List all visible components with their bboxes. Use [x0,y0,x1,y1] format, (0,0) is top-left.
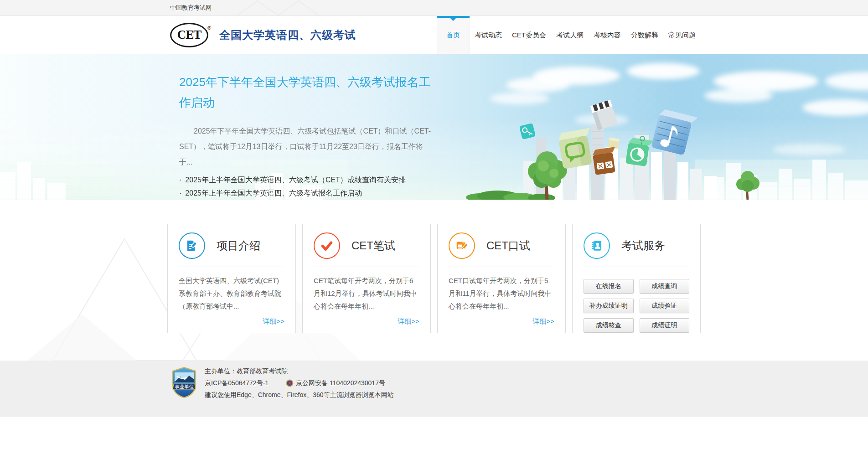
browser-pencil-icon [449,232,475,259]
detail-link[interactable]: 详细>> [398,317,419,326]
detail-link[interactable]: 详细>> [532,317,554,326]
icp-license-link[interactable]: 京ICP备05064772号-1 [205,378,269,387]
police-registration-link[interactable]: 京公网安备 11040202430017号 [296,378,385,387]
site-header: CET ® 全国大学英语四、六级考试 首页 考试动态 CET委员会 考试大纲 考… [0,16,868,54]
news-list: 2025年上半年全国大学英语四、六级考试（CET）成绩查询有关安排 2025年上… [179,173,434,200]
news-list-item[interactable]: 2025年上半年全国大学英语四、六级考试报名工作启动 [179,186,434,200]
public-institution-badge: 事业单位 [171,366,197,398]
card-cet-written-test: CET笔试 CET笔试每年开考两次，分别于6月和12月举行，具体考试时间我中心将… [302,224,431,333]
nav-item-cet-committee[interactable]: CET委员会 [507,16,551,54]
score-certificate-button[interactable]: 成绩证明 [640,318,690,333]
cet-logo[interactable]: CET ® 全国大学英语四、六级考试 [170,16,356,54]
news-list-item[interactable]: 2025年上半年全国大学英语四、六级考试（CET）成绩查询有关安排 [179,173,434,186]
online-registration-button[interactable]: 在线报名 [584,279,634,294]
nav-item-assessment-content[interactable]: 考核内容 [589,16,626,54]
card-cet-oral-test: CET口试 CET口试每年开考两次，分别于5月和11月举行，具体考试时间我中心将… [437,224,566,333]
service-button-grid: 在线报名 成绩查询 补办成绩证明 成绩验证 成绩核查 成绩证明 [584,279,689,333]
site-footer: 事业单位 主办单位：教育部教育考试院 京ICP备05064772号-1 京公网安… [0,361,868,417]
reissue-certificate-button[interactable]: 补办成绩证明 [584,299,634,313]
card-program-intro: 项目介绍 全国大学英语四、六级考试(CET)系教育部主办、教育部教育考试院（原教… [167,224,296,333]
organizer-line: 主办单位：教育部教育考试院 [205,366,394,376]
detail-link[interactable]: 详细>> [263,317,284,326]
card-body-text: CET口试每年开考两次，分别于5月和11月举行，具体考试时间我中心将会在每年年初… [449,274,554,313]
featured-news-summary: 2025年下半年全国大学英语四、六级考试包括笔试（CET）和口试（CET-SET… [179,124,432,170]
card-title: CET口试 [486,238,530,253]
score-inquiry-button[interactable]: 成绩查询 [640,279,690,294]
card-exam-services: 考试服务 在线报名 成绩查询 补办成绩证明 成绩验证 成绩核查 成绩证明 [572,224,701,333]
banner-news-panel: 2025年下半年全国大学英语四、六级考试报名工作启动 2025年下半年全国大学英… [179,72,434,200]
nav-item-exam-syllabus[interactable]: 考试大纲 [551,16,589,54]
cet-logo-oval: CET [170,23,208,47]
police-emblem-icon [286,379,294,387]
featured-news-headline[interactable]: 2025年下半年全国大学英语四、六级考试报名工作启动 [179,72,437,113]
badge-label: 事业单位 [175,384,194,389]
nav-item-exam-news[interactable]: 考试动态 [470,16,507,54]
feature-cards-section: 项目介绍 全国大学英语四、六级考试(CET)系教育部主办、教育部教育考试院（原教… [0,200,868,361]
hero-banner: 2025年下半年全国大学英语四、六级考试报名工作启动 2025年下半年全国大学英… [0,54,868,200]
top-utility-bar: 中国教育考试网 [0,0,868,16]
document-pencil-icon [179,232,205,259]
browser-tip-line: 建议您使用Edge、Chrome、Firefox、360等主流浏览器浏览本网站 [205,390,394,399]
nav-item-score-explanation[interactable]: 分数解释 [626,16,663,54]
site-title: 全国大学英语四、六级考试 [219,28,356,42]
score-verification-button[interactable]: 成绩验证 [640,299,690,313]
checkmark-icon [314,232,340,259]
nav-item-faq[interactable]: 常见问题 [663,16,701,54]
score-recheck-button[interactable]: 成绩核查 [584,318,634,333]
card-body-text: 全国大学英语四、六级考试(CET)系教育部主办、教育部教育考试院（原教育部考试中… [179,274,284,313]
card-title: 考试服务 [621,238,665,253]
main-nav: 首页 考试动态 CET委员会 考试大纲 考核内容 分数解释 常见问题 [437,16,701,54]
card-title: CET笔试 [351,238,395,253]
card-body-text: CET笔试每年开考两次，分别于6月和12月举行，具体考试时间我中心将会在每年年初… [314,274,419,313]
contact-book-icon [584,232,610,259]
card-title: 项目介绍 [217,238,260,253]
registered-mark: ® [207,25,211,31]
portal-site-link[interactable]: 中国教育考试网 [167,0,212,15]
nav-item-home[interactable]: 首页 [437,16,470,54]
